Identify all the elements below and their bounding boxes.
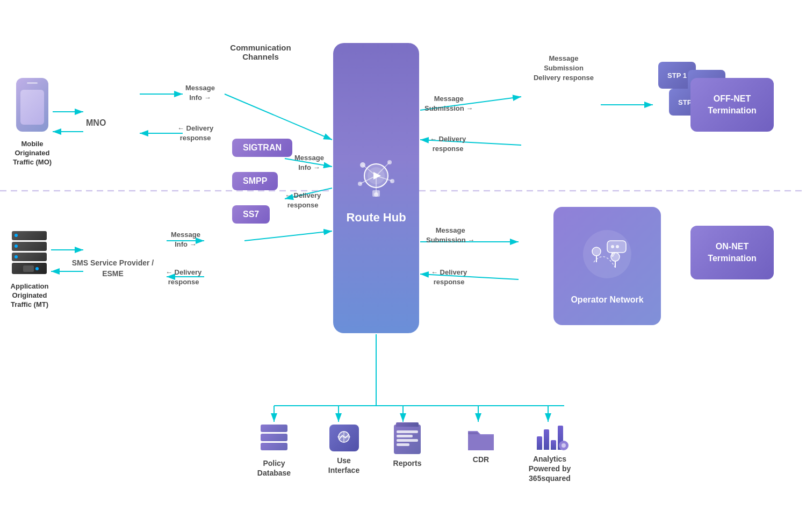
delivery-response-right-top: ← Deliveryresponse xyxy=(430,134,466,154)
comm-channels-label: Communication Channels xyxy=(218,43,304,61)
sms-provider-label: SMS Service Provider / ESME xyxy=(70,258,156,279)
policy-database-label: PolicyDatabase xyxy=(250,458,298,478)
policy-database-item: PolicyDatabase xyxy=(250,425,298,478)
cdr-item: CDR xyxy=(459,425,502,464)
mobile-phone-icon xyxy=(16,78,48,132)
reports-label: Reports xyxy=(386,458,429,468)
msg-submission-bottom: MessageSubmission → xyxy=(426,226,474,245)
server-icon xyxy=(12,231,47,274)
mobile-traffic-label: Mobile Originated Traffic (MO) xyxy=(5,140,59,167)
app-traffic-label: Application Originated Traffic (MT) xyxy=(3,282,56,310)
smpp-badge: SMPP xyxy=(232,172,278,190)
diagram-container: Communication Channels Mobile Originated… xyxy=(0,0,806,532)
message-info-bottom: MessageInfo → xyxy=(171,230,200,249)
cdr-label: CDR xyxy=(459,455,502,464)
route-hub-label: Route Hub xyxy=(346,211,406,225)
svg-point-42 xyxy=(583,230,631,278)
analytics-item: AnalyticsPowered by365squared xyxy=(520,422,579,484)
svg-line-6 xyxy=(225,94,332,140)
on-net-termination: ON-NETTermination xyxy=(690,226,774,279)
operator-network: Operator Network xyxy=(553,207,661,325)
operator-network-icon xyxy=(575,227,639,286)
operator-network-label: Operator Network xyxy=(571,295,643,305)
msg-submission-top: MessageSubmission → xyxy=(424,94,473,113)
delivery-response-right-bottom: ← Deliveryresponse xyxy=(431,268,467,287)
message-info-mid: MessageInfo → xyxy=(294,153,324,172)
ss7-badge: SS7 xyxy=(232,205,270,224)
off-net-termination: OFF-NETTermination xyxy=(690,78,774,132)
message-info-top: MessageInfo → xyxy=(185,83,215,103)
use-interface-label: UseInterface xyxy=(320,456,368,475)
route-hub: Route Hub xyxy=(333,43,419,333)
svg-point-43 xyxy=(592,247,601,256)
delivery-response-top: ← Deliveryresponse xyxy=(177,124,213,143)
reports-item: Reports xyxy=(386,425,429,468)
mno-label: MNO xyxy=(86,118,106,128)
svg-rect-41 xyxy=(372,190,380,197)
use-interface-item: UseInterface xyxy=(320,425,368,475)
svg-point-50 xyxy=(616,245,619,248)
route-hub-icon xyxy=(352,152,400,200)
svg-point-49 xyxy=(611,245,614,248)
delivery-response-bottom: ← Deliveryresponse xyxy=(165,268,202,287)
svg-line-13 xyxy=(244,231,332,241)
msg-submission-delivery-top: MessageSubmissionDelivery response xyxy=(534,54,594,83)
analytics-label: AnalyticsPowered by365squared xyxy=(520,454,579,484)
delivery-response-mid: ← Deliveryresponse xyxy=(285,191,321,210)
sigtran-badge: SIGTRAN xyxy=(232,139,292,157)
